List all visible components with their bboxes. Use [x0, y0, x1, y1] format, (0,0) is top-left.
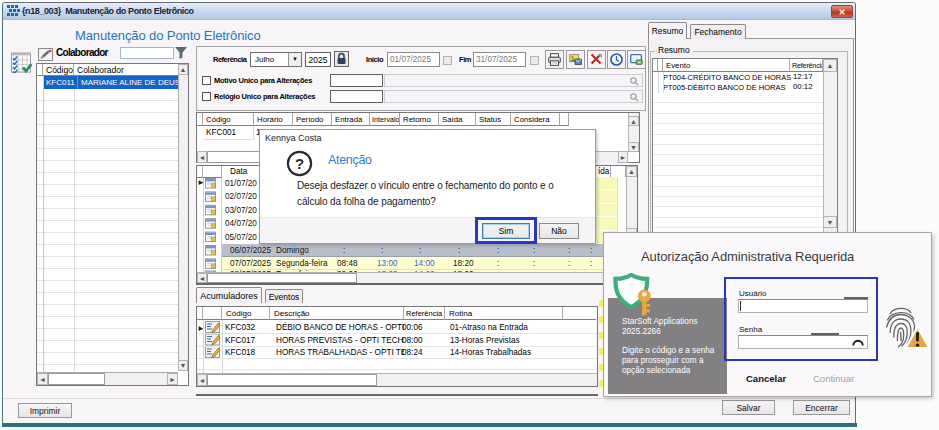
svg-text:?: ? [295, 155, 304, 172]
